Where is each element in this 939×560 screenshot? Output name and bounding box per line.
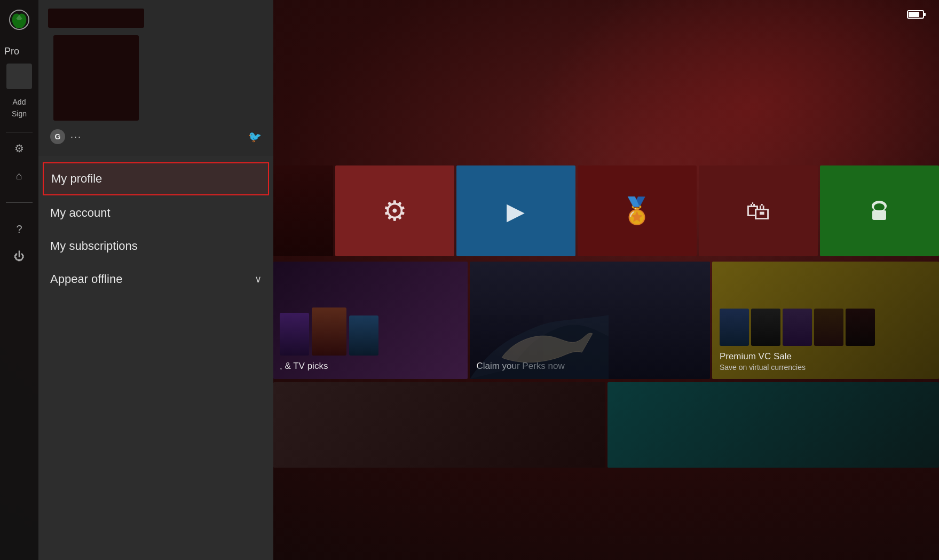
chevron-down-icon: ∨ — [255, 273, 262, 285]
menu-item-appear-offline-label: Appear offline — [50, 272, 122, 286]
sidebar-add-label: Add — [13, 98, 26, 106]
sale-sublabel: Save on virtual currencies — [720, 363, 932, 372]
sale-img-4 — [814, 309, 843, 346]
sale-img-1 — [720, 309, 749, 346]
menu-items: My profile My account My subscriptions A… — [38, 156, 273, 560]
menu-item-my-profile[interactable]: My profile — [43, 162, 269, 195]
twitter-icon[interactable]: 🐦 — [248, 130, 262, 143]
main-content: ⚙ ▶ 🏅 🛍 — [273, 0, 939, 560]
game-tv-content: , & TV picks — [280, 307, 378, 373]
xbox-logo — [9, 10, 29, 30]
skype-tile-icon — [864, 195, 895, 226]
menu-item-my-subscriptions[interactable]: My subscriptions — [38, 230, 273, 263]
sidebar-icons: ⚙ ⌂ ? ⏻ — [6, 142, 33, 263]
menu-item-my-account[interactable]: My account — [38, 196, 273, 230]
achievements-tile-icon: 🏅 — [621, 196, 653, 226]
sale-label: Premium VC Sale — [720, 350, 932, 363]
svg-point-5 — [874, 203, 885, 211]
sale-images — [720, 309, 932, 346]
sidebar-sign-label: Sign — [12, 109, 27, 118]
tile-store[interactable]: 🛍 — [699, 165, 818, 256]
game-cover-2 — [312, 307, 346, 356]
avatar-large — [53, 35, 139, 121]
sidebar-divider-2 — [6, 202, 33, 203]
menu-item-my-subscriptions-label: My subscriptions — [50, 239, 138, 253]
sale-img-2 — [751, 309, 780, 346]
gamerscore-icon: G — [50, 129, 65, 144]
tile-sale[interactable]: Premium VC Sale Save on virtual currenci… — [712, 262, 939, 379]
tile-video[interactable]: ▶ — [456, 165, 575, 256]
menu-item-appear-offline[interactable]: Appear offline ∨ — [38, 263, 273, 296]
dropdown-panel: G ··· 🐦 My profile My account My subscri… — [38, 0, 273, 560]
game-covers — [280, 307, 378, 356]
social-icons-row: G ··· 🐦 — [48, 126, 264, 147]
tiles-row3 — [273, 382, 939, 468]
tile-row3-2[interactable] — [607, 382, 940, 468]
sidebar-avatar — [6, 64, 32, 89]
sidebar-divider-1 — [6, 132, 33, 132]
settings-icon[interactable]: ⚙ — [14, 142, 24, 155]
username-bar — [48, 9, 144, 28]
store-tile-icon: 🛍 — [746, 196, 770, 225]
tile-settings[interactable]: ⚙ — [335, 165, 454, 256]
tile-partial[interactable] — [273, 165, 333, 256]
tile-achievements[interactable]: 🏅 — [578, 165, 697, 256]
home-icon[interactable]: ⌂ — [16, 170, 22, 182]
menu-item-my-profile-label: My profile — [51, 172, 102, 186]
perks-content: Claim your Perks now — [476, 360, 564, 373]
top-bar — [907, 10, 926, 22]
tiles-row2: , & TV picks Claim your Perks now — [273, 262, 939, 379]
tile-game-tv[interactable]: , & TV picks — [273, 262, 468, 379]
sidebar-pro-label: Pro — [0, 46, 19, 57]
game-tv-label: , & TV picks — [280, 360, 378, 373]
tile-row3-1[interactable] — [273, 382, 605, 468]
svg-rect-2 — [924, 13, 926, 16]
video-tile-icon: ▶ — [507, 198, 525, 225]
settings-tile-icon: ⚙ — [382, 195, 407, 227]
tile-skype[interactable] — [820, 165, 939, 256]
sale-img-5 — [846, 309, 875, 346]
svg-rect-3 — [909, 12, 919, 17]
tile-perks[interactable]: Claim your Perks now — [470, 262, 709, 379]
tiles-row1: ⚙ ▶ 🏅 🛍 — [273, 165, 939, 256]
help-icon[interactable]: ? — [16, 223, 22, 235]
user-header: G ··· 🐦 — [38, 0, 273, 156]
sidebar: Pro Add Sign ⚙ ⌂ ? ⏻ — [0, 0, 38, 560]
power-icon[interactable]: ⏻ — [14, 250, 25, 263]
dragon-silhouette — [470, 304, 609, 379]
sale-img-3 — [783, 309, 812, 346]
menu-item-my-account-label: My account — [50, 206, 111, 220]
game-cover-3 — [349, 316, 378, 356]
svg-rect-6 — [872, 210, 886, 220]
battery-icon — [907, 10, 926, 22]
social-dots: ··· — [70, 131, 82, 143]
game-cover-1 — [280, 313, 309, 356]
